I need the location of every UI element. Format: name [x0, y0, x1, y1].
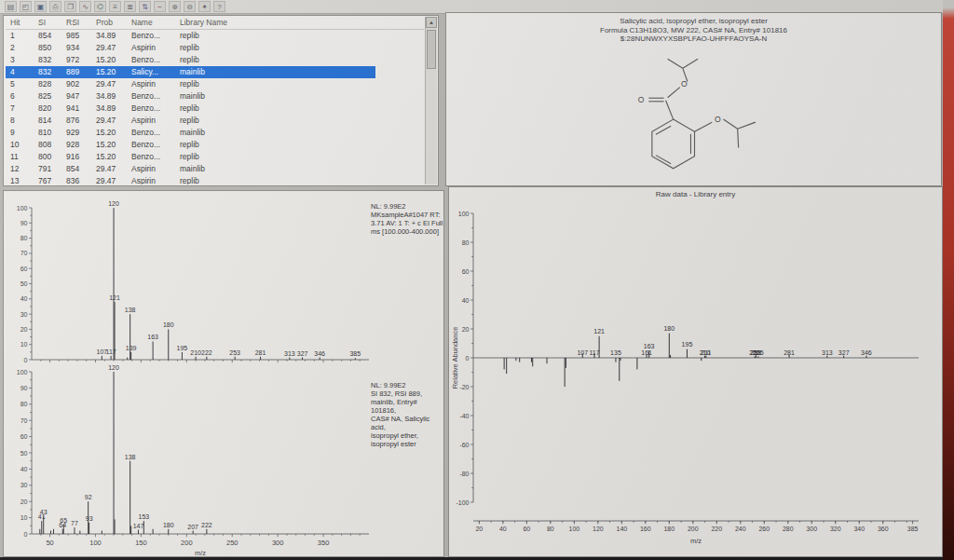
cell-hit: 1 [6, 30, 34, 42]
svg-text:m/z: m/z [195, 549, 206, 557]
table-row[interactable]: 1180091615.20Benzo...replib [6, 151, 424, 163]
svg-text:385: 385 [349, 350, 361, 357]
svg-text:313: 313 [284, 350, 295, 357]
svg-text:280: 280 [783, 526, 794, 532]
column-header[interactable]: SI [34, 17, 61, 29]
structure-icon[interactable]: ⌬ [94, 1, 106, 12]
cell-library: replib [175, 78, 375, 90]
spectra-chart: 0102030405060708090100107117120121138139… [4, 191, 443, 556]
table-row[interactable]: 782094134.89Benzo...replib [6, 102, 424, 115]
cell-rsi: 836 [61, 175, 91, 184]
cell-hit: 6 [6, 90, 34, 102]
column-header[interactable]: RSI [61, 17, 91, 29]
difference-title: Raw data - Library entry [449, 190, 942, 198]
table-row[interactable]: 881487629.47Aspirinreplib [6, 115, 424, 127]
table-row[interactable]: 483288915.20Salicy...mainlib [6, 66, 375, 78]
cell-library: replib [175, 102, 375, 115]
cell-name: Benzo... [127, 127, 175, 139]
svg-text:40: 40 [462, 297, 470, 304]
subtract-icon[interactable]: − [154, 1, 166, 12]
tools-icon[interactable]: ✦ [198, 1, 211, 12]
difference-chart: -100-80-60-40-20020406080100204060801001… [449, 198, 942, 556]
svg-text:222: 222 [201, 349, 212, 356]
cell-library: mainlib [175, 163, 375, 175]
table-row[interactable]: 1376783629.47Aspirinreplib [6, 175, 424, 184]
save-icon[interactable]: ▣ [34, 1, 47, 12]
svg-text:180: 180 [163, 522, 174, 528]
hit-list-icon[interactable]: ≡ [109, 1, 121, 12]
cell-hit: 3 [6, 54, 34, 66]
scroll-thumb[interactable] [427, 30, 436, 69]
cell-prob: 15.20 [91, 54, 127, 66]
cell-name: Aspirin [127, 42, 175, 54]
svg-text:161: 161 [641, 349, 652, 356]
names-list-icon[interactable]: ≣ [124, 1, 136, 12]
cell-hit: 12 [6, 163, 34, 175]
table-row[interactable]: 185498534.89Benzo...replib [6, 30, 424, 42]
svg-text:120: 120 [108, 200, 119, 207]
cell-library: replib [175, 175, 375, 184]
table-row[interactable]: 682594734.89Benzo...mainlib [6, 90, 424, 102]
cell-library: replib [175, 54, 375, 66]
scroll-up-button[interactable]: ▴ [426, 17, 437, 28]
cell-name: Salicy... [127, 66, 175, 78]
table-row[interactable]: 1080892815.20Benzo...replib [6, 139, 424, 151]
cell-prob: 34.89 [91, 90, 127, 102]
svg-text:313: 313 [822, 349, 833, 356]
table-row[interactable]: 1279185429.47Aspirinmainlib [6, 163, 424, 175]
cell-si: 791 [34, 163, 61, 175]
cell-name: Benzo... [127, 54, 175, 66]
svg-text:80: 80 [547, 526, 554, 532]
svg-text:117: 117 [589, 349, 599, 356]
column-header[interactable]: Name [127, 17, 175, 29]
svg-text:327: 327 [297, 350, 308, 357]
spectra-panel: 0102030405060708090100107117120121138139… [3, 190, 444, 557]
cell-name: Benzo... [127, 102, 175, 115]
cell-si: 800 [34, 151, 61, 163]
hit-list-scrollbar[interactable]: ▴ [425, 17, 437, 184]
svg-text:200: 200 [181, 539, 193, 547]
svg-text:139: 139 [126, 345, 137, 351]
column-header[interactable]: Prob [91, 17, 127, 29]
clipboard-icon[interactable]: ▤ [5, 1, 17, 12]
svg-text:100: 100 [569, 526, 580, 532]
copy-icon[interactable]: ❐ [64, 1, 76, 12]
cell-si: 767 [34, 175, 61, 184]
svg-text:281: 281 [784, 349, 795, 356]
cell-si: 825 [34, 90, 61, 102]
zoom-out-icon[interactable]: ⊖ [184, 1, 196, 12]
cell-library: mainlib [175, 90, 375, 102]
help-icon[interactable]: ? [213, 1, 225, 12]
svg-text:253: 253 [229, 349, 240, 356]
svg-text:346: 346 [861, 349, 872, 356]
svg-text:360: 360 [878, 526, 889, 532]
compare-icon[interactable]: ⇅ [139, 1, 151, 12]
svg-text:163: 163 [147, 334, 158, 340]
svg-text:40: 40 [499, 526, 507, 532]
spectrum-icon[interactable]: ∿ [79, 1, 91, 12]
cell-rsi: 929 [61, 127, 91, 139]
table-row[interactable]: 285093429.47Aspirinreplib [6, 42, 424, 54]
cell-name: Aspirin [127, 78, 175, 90]
table-row[interactable]: 981092915.20Benzo...mainlib [6, 127, 424, 139]
column-header[interactable]: Library Name [175, 17, 375, 29]
svg-text:207: 207 [187, 524, 198, 530]
table-row[interactable]: 582890229.47Aspirinreplib [6, 78, 424, 90]
svg-text:93: 93 [86, 515, 93, 522]
cell-si: 820 [34, 102, 61, 115]
cell-hit: 11 [6, 151, 34, 163]
svg-text:385: 385 [907, 526, 919, 532]
zoom-in-icon[interactable]: ⊕ [169, 1, 181, 12]
svg-text:147: 147 [133, 523, 144, 529]
column-header[interactable]: Hit [6, 17, 34, 29]
svg-text:50: 50 [20, 450, 28, 457]
cell-name: Benzo... [127, 139, 175, 151]
svg-text:90: 90 [20, 385, 28, 391]
svg-text:340: 340 [853, 526, 865, 532]
open-library-icon[interactable]: ◰ [20, 1, 32, 12]
print-icon[interactable]: ⎙ [49, 1, 61, 12]
table-row[interactable]: 383297215.20Benzo...replib [6, 54, 424, 66]
svg-text:-40: -40 [459, 413, 469, 419]
svg-text:100: 100 [17, 205, 28, 212]
cell-prob: 34.89 [91, 102, 127, 115]
